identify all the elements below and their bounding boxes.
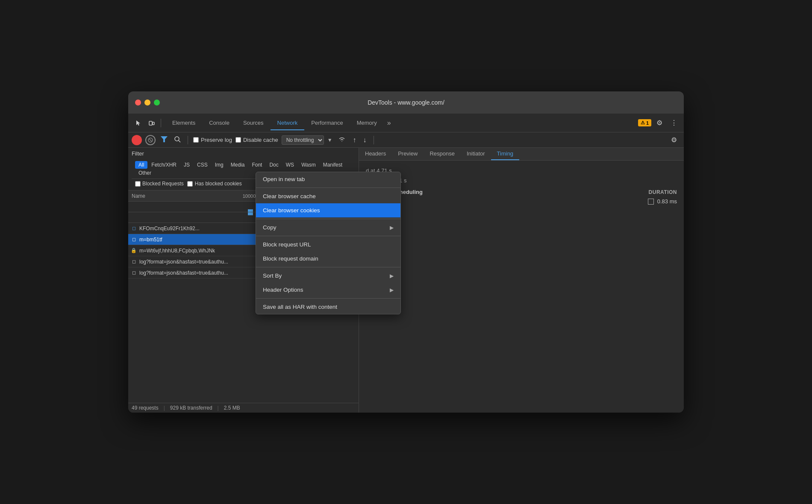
ctx-separator-3 <box>256 236 400 236</box>
nav-tabs: Elements Console Sources Network Perform… <box>165 115 394 130</box>
traffic-lights <box>135 100 160 105</box>
svg-rect-1 <box>153 122 154 125</box>
svg-point-4 <box>175 137 179 141</box>
record-button[interactable] <box>132 135 142 145</box>
tab-console[interactable]: Console <box>202 115 236 130</box>
transferred-size: 929 kB transferred <box>170 405 212 411</box>
upload-icon[interactable]: ↑ <box>351 135 358 145</box>
network-settings-icon[interactable]: ⚙ <box>668 134 680 147</box>
tab-memory[interactable]: Memory <box>350 115 384 130</box>
tab-network[interactable]: Network <box>271 115 305 130</box>
filter-type-font[interactable]: Font <box>248 161 265 169</box>
ctx-sort-arrow: ▶ <box>390 273 394 279</box>
svg-line-3 <box>149 139 152 141</box>
filter-type-img[interactable]: Img <box>212 161 227 169</box>
name-column-header: Name <box>128 193 239 199</box>
ctx-header-options-arrow: ▶ <box>390 287 394 293</box>
queueing-value: 0.83 ms <box>657 198 677 205</box>
status-divider-1: | <box>164 405 165 411</box>
ctx-block-domain[interactable]: Block request domain <box>256 252 400 266</box>
download-icon[interactable]: ↓ <box>362 135 368 145</box>
maximize-button[interactable] <box>154 100 160 105</box>
filter-type-js[interactable]: JS <box>180 161 193 169</box>
ctx-separator-5 <box>256 298 400 299</box>
ctx-separator-4 <box>256 267 400 267</box>
ctx-clear-cookies[interactable]: Clear browser cookies <box>256 203 400 217</box>
queueing-bar <box>648 199 654 205</box>
devtools-window: DevTools - www.google.com/ Elements Cons… <box>128 91 684 413</box>
request-icon-4: ◻ <box>130 258 138 266</box>
filter-type-manifest[interactable]: Manifest <box>320 161 346 169</box>
tab-response[interactable]: Response <box>424 148 461 160</box>
main-toolbar: Elements Console Sources Network Perform… <box>128 114 684 132</box>
minimize-button[interactable] <box>144 100 150 105</box>
notification-badge[interactable]: ⚠ 1 <box>638 119 651 126</box>
tab-timing[interactable]: Timing <box>491 148 520 160</box>
filter-type-doc[interactable]: Doc <box>266 161 282 169</box>
titlebar: DevTools - www.google.com/ <box>128 91 684 114</box>
has-blocked-cookies-checkbox[interactable]: Has blocked cookies <box>187 181 242 187</box>
filter-icon[interactable] <box>159 135 169 146</box>
filter-type-all[interactable]: All <box>135 161 147 169</box>
tab-initiator[interactable]: Initiator <box>461 148 491 160</box>
filter-label: Filter <box>132 150 144 157</box>
preserve-log-checkbox[interactable]: Preserve log <box>193 137 232 143</box>
stop-button[interactable] <box>145 135 156 145</box>
statusbar: 49 requests | 929 kB transferred | 2.5 M… <box>128 403 359 413</box>
ctx-open-new-tab[interactable]: Open in new tab <box>256 172 400 186</box>
close-button[interactable] <box>135 100 141 105</box>
right-panel: Headers Preview Response Initiator Timin… <box>359 148 684 413</box>
timing-content: d at 4.71 s Started at 4.71 s Resource S… <box>359 161 684 213</box>
filter-type-css[interactable]: CSS <box>194 161 211 169</box>
ctx-clear-cache[interactable]: Clear browser cache <box>256 189 400 203</box>
toolbar-right: ⚠ 1 ⚙ ⋮ <box>638 117 680 129</box>
tab-sources[interactable]: Sources <box>236 115 271 130</box>
total-size: 2.5 MB <box>224 405 240 411</box>
requests-count: 49 requests <box>132 405 159 411</box>
more-tabs-button[interactable]: » <box>384 116 394 130</box>
throttle-arrow: ▼ <box>327 137 332 143</box>
ctx-sort-by[interactable]: Sort By ▶ <box>256 269 400 283</box>
filter-type-wasm[interactable]: Wasm <box>298 161 319 169</box>
filter-type-media[interactable]: Media <box>227 161 248 169</box>
request-icon-2: ◻ <box>130 236 138 243</box>
tab-preview[interactable]: Preview <box>392 148 424 160</box>
device-toggle-icon[interactable] <box>145 117 158 129</box>
detail-tabs: Headers Preview Response Initiator Timin… <box>359 148 684 161</box>
waterfall-bar-indicator <box>248 209 253 215</box>
network-toolbar: Preserve log Disable cache No throttling… <box>128 132 684 148</box>
blocked-requests-checkbox[interactable]: Blocked Requests <box>135 181 184 187</box>
ctx-copy-arrow: ▶ <box>390 225 394 231</box>
request-icon-3: 🔒 <box>130 247 138 255</box>
ctx-header-options[interactable]: Header Options ▶ <box>256 283 400 297</box>
svg-rect-0 <box>149 121 152 125</box>
tab-performance[interactable]: Performance <box>304 115 350 130</box>
svg-line-5 <box>179 141 180 142</box>
cursor-icon[interactable] <box>132 117 144 129</box>
more-options-icon[interactable]: ⋮ <box>668 117 680 129</box>
queueing-row: Queueing 0.83 ms <box>366 197 677 206</box>
context-menu: Open in new tab Clear browser cache Clea… <box>256 172 401 314</box>
ctx-save-har[interactable]: Save all as HAR with content <box>256 300 400 314</box>
ctx-separator-2 <box>256 219 400 219</box>
filter-type-fetch[interactable]: Fetch/XHR <box>148 161 180 169</box>
started-at-row-2: Started at 4.71 s <box>366 177 677 184</box>
toolbar-divider-3 <box>374 136 374 144</box>
search-icon[interactable] <box>173 135 182 146</box>
tab-elements[interactable]: Elements <box>165 115 202 130</box>
wifi-icon[interactable] <box>336 135 348 145</box>
ctx-block-url[interactable]: Block request URL <box>256 237 400 252</box>
throttle-select[interactable]: No throttling <box>282 135 324 145</box>
window-title: DevTools - www.google.com/ <box>368 99 444 106</box>
filter-type-ws[interactable]: WS <box>282 161 297 169</box>
disable-cache-checkbox[interactable]: Disable cache <box>235 137 278 143</box>
ctx-separator-1 <box>256 188 400 188</box>
resource-scheduling-header: Resource Scheduling DURATION <box>366 189 677 195</box>
settings-icon[interactable]: ⚙ <box>653 117 666 129</box>
toolbar-divider-2 <box>188 136 188 144</box>
filter-type-other[interactable]: Other <box>135 169 155 177</box>
ctx-copy[interactable]: Copy ▶ <box>256 220 400 234</box>
toolbar-divider-1 <box>161 119 161 127</box>
tab-headers[interactable]: Headers <box>359 148 392 160</box>
request-icon-5: ◻ <box>130 269 138 277</box>
